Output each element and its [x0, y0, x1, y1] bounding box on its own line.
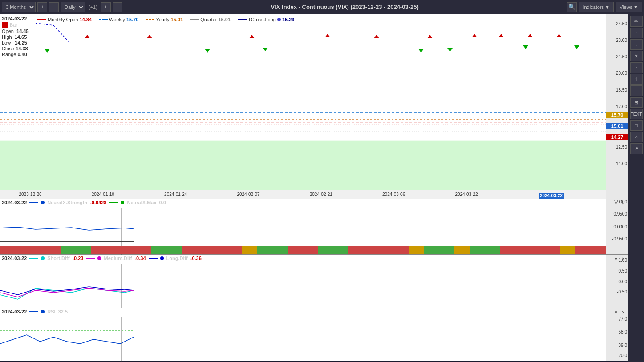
indicators-btn[interactable]: Indicators ▼: [579, 2, 614, 12]
price-legend: Monthly Open 14.84 Weekly 15.70 Yearly 1…: [36, 16, 296, 23]
draw-diagonal-btn[interactable]: ↗: [630, 143, 643, 154]
interval-select[interactable]: Daily: [61, 2, 85, 12]
neuralx-chart: 2024-03-22 NeuralX.Strength -0.0428 Neur…: [0, 199, 628, 255]
svg-marker-20: [418, 49, 424, 53]
rsi-scale: 77.0 58.0 39.0 20.0: [606, 308, 628, 361]
neuralx-collapse-btn[interactable]: ▼: [613, 200, 619, 206]
draw-plus-btn[interactable]: +: [630, 85, 643, 96]
rsi-chart: 2024-03-22 RSI 32.5 ▼ ✕ 77: [0, 308, 628, 361]
rsi-name: RSI: [47, 309, 55, 314]
bar-label: Bar: [10, 22, 17, 28]
chart-title: VIX Index - Continuous (VIX) (2023-12-23…: [124, 4, 565, 10]
charts-area: 2024-03-22 Bar Open 14.45 High 14.65 Low…: [0, 14, 628, 362]
open-row: Open 14.45: [2, 28, 29, 34]
right-toolbar: ✏ ↑ ↓ ✕ ↕ 1 + ⊞ TEXT □ ○ ↗: [628, 14, 644, 362]
medium-diff-name: Medium.Diff: [104, 256, 132, 261]
short-diff-name: Short.Diff: [47, 256, 69, 261]
svg-marker-15: [527, 34, 533, 37]
diff-date: 2024-03-22: [2, 256, 27, 261]
diff-close-btn[interactable]: ✕: [620, 256, 626, 262]
svg-marker-23: [574, 45, 579, 49]
legend-monthly-open: Monthly Open 14.84: [37, 17, 92, 22]
diff-chart: 2024-03-22 Short.Diff -0.23 Medium.Diff …: [0, 255, 628, 308]
cursor-date-tag: 2024-03-22: [539, 193, 564, 199]
draw-1-btn[interactable]: 1: [630, 74, 643, 85]
search-btn[interactable]: 🔍: [567, 2, 577, 12]
svg-marker-13: [472, 34, 477, 37]
neuralx-strength-val: -0.0428: [90, 200, 106, 205]
svg-marker-10: [325, 34, 330, 37]
neuralx-colorbar: [0, 246, 606, 254]
neuralx-controls: ▼ ✕: [613, 200, 626, 206]
rsi-header: 2024-03-22 RSI 32.5: [2, 309, 68, 314]
diff-controls: ▼ ✕: [613, 256, 626, 262]
legend-tcross: TCross.Long 15.23: [238, 17, 295, 22]
price-tag-level: 15.01: [606, 123, 628, 129]
price-scale: 24.50 23.00 21.50 20.00 18.50 17.00 15.7…: [606, 14, 628, 199]
draw-circle-btn[interactable]: ○: [630, 132, 643, 142]
neuralx-header: 2024-03-22 NeuralX.Strength -0.0428 Neur…: [2, 200, 166, 205]
diff-header: 2024-03-22 Short.Diff -0.23 Medium.Diff …: [2, 256, 202, 261]
long-diff-val: -0.36: [190, 256, 202, 261]
svg-marker-11: [374, 35, 379, 38]
svg-marker-17: [45, 49, 50, 53]
short-diff-val: -0.23: [72, 256, 83, 261]
rsi-date: 2024-03-22: [2, 309, 27, 314]
svg-rect-0: [0, 141, 606, 190]
indicators-label: Indicators: [583, 4, 604, 10]
close-row: Close 14.38: [2, 46, 29, 51]
period-add-btn[interactable]: +: [37, 2, 47, 12]
rsi-controls: ▼ ✕: [613, 309, 626, 315]
svg-marker-8: [147, 35, 152, 38]
long-diff-name: Long.Diff: [166, 256, 188, 261]
svg-marker-7: [85, 35, 90, 38]
draw-cross-btn[interactable]: ✕: [630, 51, 643, 61]
rsi-svg: [0, 317, 134, 362]
draw-arrow-btn[interactable]: ↕: [630, 62, 643, 73]
svg-marker-12: [427, 35, 433, 38]
svg-marker-22: [523, 45, 528, 49]
neuralx-close-btn[interactable]: ✕: [620, 200, 626, 206]
price-chart[interactable]: 2024-03-22 Bar Open 14.45 High 14.65 Low…: [0, 14, 628, 199]
rsi-close-btn[interactable]: ✕: [620, 309, 626, 315]
svg-marker-19: [263, 48, 268, 51]
diff-collapse-btn[interactable]: ▼: [613, 256, 619, 262]
medium-diff-val: -0.34: [134, 256, 146, 261]
zoom-out-btn[interactable]: −: [113, 2, 122, 12]
draw-up-btn[interactable]: ↑: [630, 28, 643, 38]
chart-date: 2024-03-22: [2, 16, 29, 21]
high-row: High 14.65: [2, 34, 29, 40]
period-select[interactable]: 3 Months: [2, 2, 36, 12]
price-chart-svg: [0, 14, 606, 190]
draw-text-btn[interactable]: TEXT: [630, 109, 643, 119]
draw-pen-btn[interactable]: ✏: [630, 16, 643, 27]
draw-down-btn[interactable]: ↓: [630, 39, 643, 50]
legend-weekly: Weekly 15.70: [99, 17, 138, 22]
legend-yearly: Yearly 15.01: [146, 17, 183, 22]
svg-marker-14: [498, 34, 504, 37]
neuralx-max-name: NeuralX.Max: [127, 200, 156, 205]
change-label: (+1): [87, 4, 99, 10]
date-axis: 2023-12-26 2024-01-10 2024-01-24 2024-02…: [0, 190, 606, 199]
zoom-in-btn[interactable]: +: [101, 2, 111, 12]
neuralx-date: 2024-03-22: [2, 200, 27, 205]
rsi-collapse-btn[interactable]: ▼: [613, 309, 619, 315]
draw-grid-btn[interactable]: ⊞: [630, 97, 643, 108]
period-sub-btn[interactable]: −: [49, 2, 59, 12]
price-chart-header: 2024-03-22 Bar Open 14.45 High 14.65 Low…: [2, 16, 29, 57]
views-btn[interactable]: Views ▼: [616, 2, 642, 12]
draw-rect-btn[interactable]: □: [630, 120, 643, 131]
neuralx-max-val: 0.0: [159, 200, 166, 205]
rsi-val: 32.5: [58, 309, 68, 314]
range-row: Range 0.40: [2, 52, 29, 57]
toolbar: 3 Months + − Daily (+1) + − VIX Index - …: [0, 0, 644, 14]
views-label: Views: [620, 4, 632, 10]
svg-marker-16: [556, 34, 562, 37]
price-tag-weekly: 15.70: [606, 112, 628, 118]
price-tag-current: 14.27: [606, 134, 628, 140]
neuralx-scale: 1.9000 0.9500 0.0000 -0.9500: [606, 199, 628, 254]
low-row: Low 14.25: [2, 40, 29, 45]
legend-quarter: Quarter 15.01: [190, 17, 231, 22]
diff-scale: 1.00 0.50 0.00 -0.50: [606, 255, 628, 308]
neuralx-strength-name: NeuralX.Strength: [47, 200, 87, 205]
